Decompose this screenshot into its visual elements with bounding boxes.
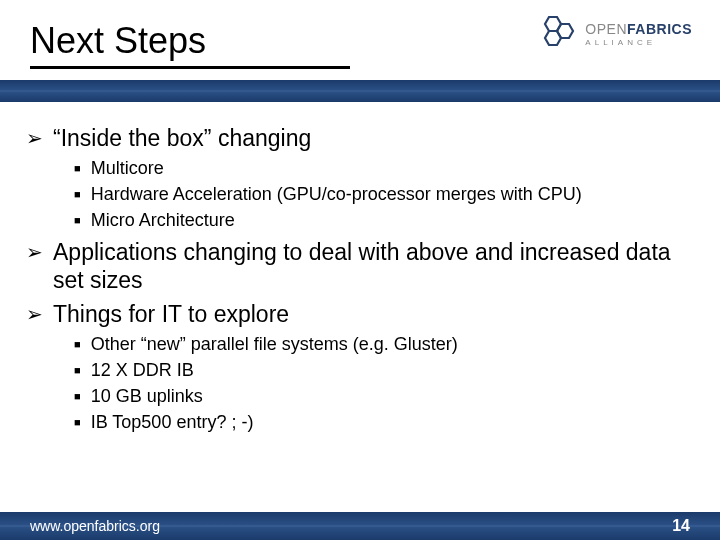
- slide: Next Steps OPENFABRICS ALLIANCE ➢ “Insid…: [0, 0, 720, 540]
- bullet-1-sub-3-text: Micro Architecture: [91, 208, 235, 232]
- bullet-3-sub-4-text: IB Top500 entry? ; -): [91, 410, 254, 434]
- logo: OPENFABRICS ALLIANCE: [537, 14, 692, 54]
- logo-text: OPENFABRICS ALLIANCE: [585, 21, 692, 47]
- square-icon: ■: [74, 208, 81, 232]
- bullet-1-sub-1: ■ Multicore: [74, 156, 694, 180]
- logo-alliance: ALLIANCE: [585, 39, 692, 47]
- square-icon: ■: [74, 156, 81, 180]
- title-underline: [30, 66, 350, 69]
- bullet-2: ➢ Applications changing to deal with abo…: [26, 238, 694, 294]
- svg-marker-2: [545, 31, 561, 45]
- bullet-1-text: “Inside the box” changing: [53, 124, 311, 152]
- bullet-1-sub-2-text: Hardware Acceleration (GPU/co-processor …: [91, 182, 582, 206]
- square-icon: ■: [74, 182, 81, 206]
- square-icon: ■: [74, 384, 81, 408]
- bullet-2-text: Applications changing to deal with above…: [53, 238, 694, 294]
- header-band: [0, 80, 720, 102]
- bullet-1-sub-2: ■ Hardware Acceleration (GPU/co-processo…: [74, 182, 694, 206]
- bullet-3-sub-4: ■ IB Top500 entry? ; -): [74, 410, 694, 434]
- arrow-icon: ➢: [26, 124, 43, 152]
- bullet-3-sub-3: ■ 10 GB uplinks: [74, 384, 694, 408]
- arrow-icon: ➢: [26, 300, 43, 328]
- hex-icon: [537, 14, 579, 54]
- page-number: 14: [672, 517, 690, 535]
- bullet-3-text: Things for IT to explore: [53, 300, 289, 328]
- logo-open: OPEN: [585, 21, 627, 37]
- bullet-3-sub-1-text: Other “new” parallel file systems (e.g. …: [91, 332, 458, 356]
- bullet-3-sub-3-text: 10 GB uplinks: [91, 384, 203, 408]
- footer-url: www.openfabrics.org: [30, 518, 160, 534]
- bullet-3: ➢ Things for IT to explore: [26, 300, 694, 328]
- content: ➢ “Inside the box” changing ■ Multicore …: [26, 118, 694, 436]
- bullet-1-sub-1-text: Multicore: [91, 156, 164, 180]
- footer-band: www.openfabrics.org 14: [0, 512, 720, 540]
- arrow-icon: ➢: [26, 238, 43, 266]
- bullet-3-sub-1: ■ Other “new” parallel file systems (e.g…: [74, 332, 694, 356]
- logo-fabrics: FABRICS: [627, 21, 692, 37]
- bullet-1-sub-3: ■ Micro Architecture: [74, 208, 694, 232]
- bullet-3-sub-2: ■ 12 X DDR IB: [74, 358, 694, 382]
- bullet-1: ➢ “Inside the box” changing: [26, 124, 694, 152]
- square-icon: ■: [74, 358, 81, 382]
- bullet-3-sub-2-text: 12 X DDR IB: [91, 358, 194, 382]
- square-icon: ■: [74, 332, 81, 356]
- square-icon: ■: [74, 410, 81, 434]
